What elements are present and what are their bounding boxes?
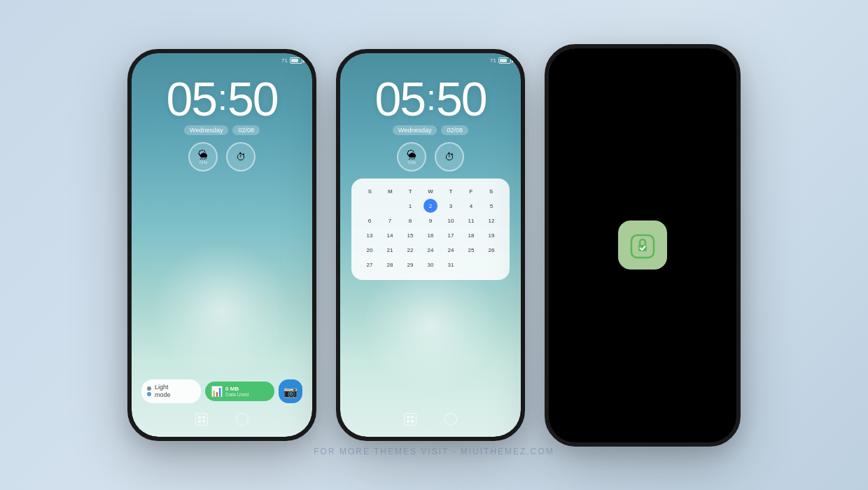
cal-hdr-t2: T bbox=[440, 187, 461, 196]
status-bar-1: 71 bbox=[132, 53, 312, 65]
cal-cell-14: 14 bbox=[383, 228, 397, 242]
data-icon-1: 📊 bbox=[211, 386, 223, 397]
cal-hdr-s2: S bbox=[481, 187, 501, 196]
clock-date-1: Wednesday 02/08 bbox=[132, 125, 312, 135]
circle-widgets-1: 🌦 71% ⏱ bbox=[132, 142, 312, 172]
cal-cell-22: 22 bbox=[403, 243, 417, 257]
clock-hours-2: 05 bbox=[374, 72, 425, 125]
battery-text-1: 71 bbox=[281, 57, 288, 64]
cal-cell-29: 29 bbox=[403, 258, 417, 272]
cal-cell-26: 26 bbox=[484, 243, 498, 257]
cal-cell-5: 5 bbox=[484, 199, 498, 213]
clock-minutes-2: 50 bbox=[436, 72, 486, 125]
bottom-widgets-1: Light mode 📊 0 MB Data Used 📷 bbox=[141, 379, 302, 403]
cal-cell-19: 19 bbox=[484, 228, 498, 242]
cal-cell-empty-1 bbox=[363, 199, 377, 213]
weather-icon-1: 🌦 bbox=[198, 149, 208, 160]
widget-data-1[interactable]: 📊 0 MB Data Used bbox=[205, 382, 274, 401]
circle-widget-weather-2: 🌦 71% bbox=[397, 142, 426, 172]
circle-widget-timer-1: ⏱ bbox=[226, 142, 255, 172]
timer-icon-1: ⏱ bbox=[236, 151, 246, 162]
widget-camera-1[interactable]: 📷 bbox=[279, 379, 302, 403]
clock-time-1: 05:50 bbox=[132, 75, 312, 122]
circle-widgets-2: 🌦 71% ⏱ bbox=[340, 142, 521, 172]
cal-cell-empty-2 bbox=[383, 199, 397, 213]
clock-sep-2: : bbox=[426, 80, 435, 115]
cal-cell-10: 10 bbox=[444, 214, 458, 227]
clock-datenum-1: 02/08 bbox=[232, 125, 260, 135]
nav-grid-2 bbox=[404, 413, 416, 426]
widget-toggle-1[interactable]: Light mode bbox=[141, 379, 201, 403]
phone-2-screen: 71 05:50 Wednesday 02/08 🌦 bbox=[340, 53, 521, 437]
cal-cell-24a: 24 bbox=[424, 243, 438, 257]
cal-cell-30: 30 bbox=[424, 258, 438, 272]
clock-day-1: Wednesday bbox=[184, 125, 228, 135]
clock-datenum-2: 02/08 bbox=[441, 125, 468, 135]
cal-cell-11: 11 bbox=[464, 214, 478, 227]
calendar-header-2: S M T W T F S bbox=[360, 187, 501, 196]
circle-widget-timer-2: ⏱ bbox=[435, 142, 464, 172]
toggle-dot-blue-1 bbox=[147, 392, 151, 396]
cal-cell-24b: 24 bbox=[444, 243, 458, 257]
phone-3-screen bbox=[549, 48, 736, 442]
watermark: FOR MORE THEMES VISIT - MIUITHEMEZ.COM bbox=[314, 447, 554, 456]
cal-cell-empty-4 bbox=[484, 258, 498, 272]
toggle-label-1: Light mode bbox=[155, 384, 171, 399]
timer-icon-2: ⏱ bbox=[444, 151, 454, 162]
nav-home-1 bbox=[236, 413, 248, 426]
battery-text-2: 71 bbox=[490, 57, 496, 64]
circle-widget-weather-1: 🌦 71% bbox=[188, 142, 218, 172]
nav-grid-1 bbox=[195, 413, 208, 426]
cal-cell-28: 28 bbox=[383, 258, 397, 272]
cal-cell-18: 18 bbox=[464, 228, 478, 242]
weather-text-1: 71% bbox=[199, 160, 207, 164]
cal-cell-1: 1 bbox=[403, 199, 417, 213]
camera-icon-1: 📷 bbox=[284, 385, 298, 398]
toggle-dot-gray-1 bbox=[147, 386, 151, 391]
weather-text-2: 71% bbox=[407, 160, 416, 164]
cal-cell-8: 8 bbox=[403, 214, 417, 227]
cal-cell-31: 31 bbox=[444, 258, 458, 272]
battery-icon-1 bbox=[290, 57, 302, 64]
cal-cell-3: 3 bbox=[444, 199, 458, 213]
status-icons-2: 71 bbox=[490, 57, 511, 64]
calendar-grid-2: 1 2 3 4 5 6 7 8 9 10 11 12 13 14 15 bbox=[360, 199, 501, 272]
battery-icon-2 bbox=[498, 57, 511, 64]
lock-icon-wrapper-3 bbox=[618, 220, 667, 270]
clock-day-2: Wednesday bbox=[393, 125, 437, 135]
phone-1: 71 05:50 Wednesday 02/08 🌦 bbox=[127, 49, 316, 441]
cal-cell-7: 7 bbox=[383, 214, 397, 227]
phone-2: 71 05:50 Wednesday 02/08 🌦 bbox=[336, 49, 525, 441]
cal-cell-13: 13 bbox=[363, 228, 377, 242]
cal-hdr-w: W bbox=[421, 187, 441, 196]
cal-cell-4: 4 bbox=[464, 199, 478, 213]
cal-cell-21: 21 bbox=[383, 243, 397, 257]
clock-sep-1: : bbox=[218, 80, 226, 115]
toggle-dots-1 bbox=[147, 386, 151, 396]
cal-hdr-t1: T bbox=[400, 187, 421, 196]
cal-hdr-f: F bbox=[461, 187, 481, 196]
clock-area-1: 05:50 Wednesday 02/08 bbox=[132, 65, 312, 135]
cal-cell-today-2: 2 bbox=[424, 199, 438, 213]
nav-home-2 bbox=[444, 413, 457, 426]
phone-1-screen: 71 05:50 Wednesday 02/08 🌦 bbox=[132, 53, 312, 437]
status-bar-2: 71 bbox=[340, 53, 521, 65]
bottom-nav-1 bbox=[195, 413, 248, 426]
cal-cell-27: 27 bbox=[363, 258, 377, 272]
cal-cell-empty-3 bbox=[464, 258, 478, 272]
data-main-1: 0 MB bbox=[225, 386, 248, 392]
clock-area-2: 05:50 Wednesday 02/08 bbox=[340, 65, 521, 135]
cal-cell-16: 16 bbox=[424, 228, 438, 242]
lock-check-icon bbox=[629, 231, 657, 259]
bottom-nav-2 bbox=[404, 413, 457, 426]
clock-hours-1: 05 bbox=[166, 72, 216, 125]
glow-orb-1 bbox=[152, 241, 292, 381]
weather-icon-2: 🌦 bbox=[407, 149, 416, 160]
clock-minutes-1: 50 bbox=[227, 72, 278, 125]
calendar-widget-2: S M T W T F S 1 2 3 4 5 bbox=[351, 178, 510, 280]
cal-cell-12: 12 bbox=[484, 214, 498, 227]
clock-time-2: 05:50 bbox=[340, 75, 521, 122]
cal-hdr-m: M bbox=[380, 187, 400, 196]
cal-hdr-s1: S bbox=[360, 187, 380, 196]
phones-container: 71 05:50 Wednesday 02/08 🌦 bbox=[127, 44, 741, 447]
